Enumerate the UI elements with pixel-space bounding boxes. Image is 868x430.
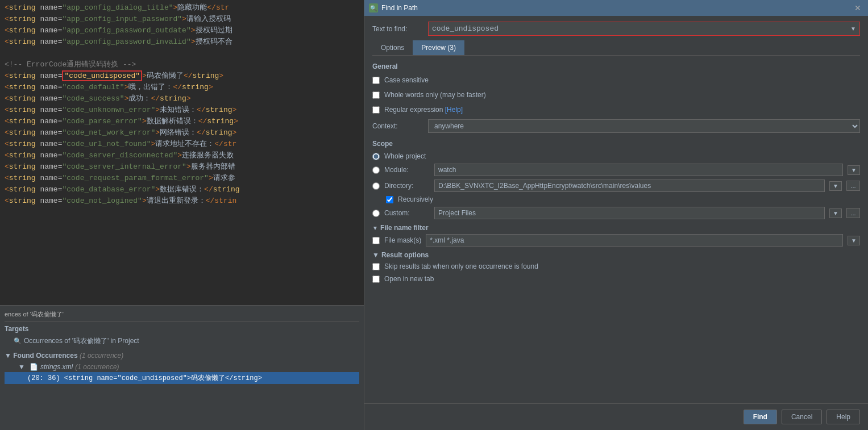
regex-help-link[interactable]: [Help] <box>445 106 463 114</box>
text-to-find-label: Text to find: <box>372 25 423 33</box>
code-tag: <string name="app_config_dialog_title">隐… <box>5 2 229 14</box>
code-tag: <string name="code_net_work_error">网络错误：… <box>5 127 236 139</box>
found-occurrences-header: ▼ Found Occurrences (1 occurrence) <box>5 349 359 362</box>
search-icon: 🔍 <box>14 337 22 345</box>
file-mask-dropdown-button[interactable]: ▼ <box>848 236 860 245</box>
code-comment: <!-- ErrorCode通用错误码转换 --> <box>5 59 136 70</box>
code-editor-top: <string name="app_config_dialog_title">隐… <box>0 0 364 305</box>
case-sensitive-checkbox[interactable] <box>372 77 380 84</box>
filter-title: File name filter <box>380 224 429 232</box>
code-line: <string name="code_server_disconnected">… <box>0 150 364 161</box>
code-tag: <string name="code_server_disconnected">… <box>5 150 234 161</box>
module-input[interactable] <box>434 164 843 176</box>
file-item-label: strings.xml <box>40 363 73 371</box>
dialog-title-icon: 🔍 <box>369 3 378 12</box>
context-label: Context: <box>372 122 423 130</box>
result-options-section: ▼ Result options Skip results tab when o… <box>372 251 860 284</box>
match-item[interactable]: (20: 36) <string name="code_undisposed">… <box>5 372 359 384</box>
directory-dropdown-button[interactable]: ▼ <box>829 181 842 191</box>
skip-results-row: Skip results tab when only one occurrenc… <box>372 261 860 272</box>
tab-options[interactable]: Options <box>372 40 413 55</box>
general-section-header: General <box>372 62 860 70</box>
directory-more-button[interactable]: ... <box>846 181 860 191</box>
dialog-footer: Find Cancel Help <box>364 403 868 430</box>
whole-project-radio[interactable] <box>372 153 380 160</box>
filter-header: ▼ File name filter <box>372 224 860 232</box>
code-tag: <string name="code_undisposed">码农偷懒了</st… <box>5 70 223 82</box>
recursively-label: Recursively <box>398 195 433 203</box>
directory-input[interactable] <box>434 179 825 192</box>
dialog-close-button[interactable]: ✕ <box>852 2 863 14</box>
code-area[interactable]: <string name="app_config_dialog_title">隐… <box>0 0 364 209</box>
whole-words-checkbox[interactable] <box>372 91 380 99</box>
find-dropdown-button[interactable]: ▼ <box>847 23 859 34</box>
open-new-tab-checkbox[interactable] <box>372 275 380 283</box>
match-item-text: (20: 36) <string name="code_undisposed">… <box>27 373 262 383</box>
code-tag: <string name="code_default">哦，出错了：</stri… <box>5 82 213 93</box>
code-tag: <string name="code_server_internal_error… <box>5 161 235 173</box>
code-line: <string name="code_net_work_error">网络错误：… <box>0 127 364 139</box>
scope-section: Whole project Module: ▼ Directory: ▼ ... <box>372 152 860 219</box>
occurrences-item[interactable]: 🔍 Occurrences of '码农偷懒了' in Project <box>5 335 359 347</box>
code-tag: <string name="code_unknonwn_error">未知错误：… <box>5 105 236 116</box>
regex-label-text: Regular expression <box>384 106 443 114</box>
text-to-find-row: Text to find: ▼ <box>372 22 860 36</box>
custom-label: Custom: <box>384 209 430 217</box>
skip-results-checkbox[interactable] <box>372 263 380 270</box>
tab-preview[interactable]: Preview (3) <box>413 40 464 55</box>
find-in-path-dialog: 🔍 Find in Path ✕ Text to find: ▼ Options… <box>364 0 868 430</box>
code-line: <string name="app_config_password_outdat… <box>0 25 364 36</box>
skip-results-label: Skip results tab when only one occurrenc… <box>384 262 538 270</box>
file-mask-checkbox[interactable] <box>372 237 380 244</box>
occurrences-item-label: Occurrences of '码农偷懒了' in Project <box>24 336 139 346</box>
directory-label: Directory: <box>384 182 430 190</box>
code-line: <!-- ErrorCode通用错误码转换 --> <box>0 59 364 70</box>
result-options-header: ▼ Result options <box>372 251 860 259</box>
tab-options-label: Options <box>381 44 404 52</box>
dialog-content: Text to find: ▼ Options Preview (3) Gene… <box>364 16 868 403</box>
open-new-tab-row: Open in new tab <box>372 274 860 284</box>
find-input-container: ▼ <box>428 22 860 36</box>
code-tag: <string name="code_request_param_format_… <box>5 173 235 184</box>
file-icon: 📄 <box>30 363 38 371</box>
file-occurrence-count: (1 occurrence) <box>75 363 119 371</box>
module-radio[interactable] <box>372 166 380 174</box>
code-line: <string name="code_request_param_format_… <box>0 173 364 184</box>
recursively-checkbox[interactable] <box>386 196 393 203</box>
file-mask-input[interactable] <box>426 234 843 247</box>
directory-row: Directory: ▼ ... <box>372 179 860 192</box>
whole-project-label: Whole project <box>384 152 430 160</box>
folder-icon: ▼ <box>18 363 25 371</box>
code-line: <string name="code_parse_error">数据解析错误：<… <box>0 116 364 127</box>
context-select[interactable]: anywhere <box>428 119 860 133</box>
custom-dropdown-button[interactable]: ▼ <box>829 208 842 218</box>
found-occurrences-text: Found Occurrences <box>13 352 80 360</box>
find-input[interactable] <box>429 22 847 35</box>
cancel-button[interactable]: Cancel <box>782 410 822 424</box>
custom-radio[interactable] <box>372 210 380 217</box>
help-button[interactable]: Help <box>827 410 860 424</box>
code-line <box>0 48 364 59</box>
targets-header: Targets <box>5 323 359 335</box>
tab-preview-label: Preview (3) <box>421 44 456 52</box>
code-line: <string name="app_config_input_password"… <box>0 14 364 25</box>
file-mask-row: File mask(s) ▼ <box>372 234 860 247</box>
found-section-label: ▼ <box>5 352 13 360</box>
module-dropdown-button[interactable]: ▼ <box>848 165 860 175</box>
occurrences-header: ences of '码农偷懒了' <box>5 309 359 320</box>
code-tag: <string name="code_success">成功：</string> <box>5 93 191 105</box>
find-button[interactable]: Find <box>744 410 777 424</box>
code-line: <string name="code_default">哦，出错了：</stri… <box>0 82 364 93</box>
directory-radio[interactable] <box>372 182 380 190</box>
code-line: <string name="code_unknonwn_error">未知错误：… <box>0 105 364 116</box>
custom-more-button[interactable]: ... <box>846 208 860 218</box>
result-options-title: Result options <box>381 251 429 259</box>
recursively-row: Recursively <box>372 195 860 203</box>
code-line: <string name="code_url_not_found">请求地址不存… <box>0 139 364 150</box>
file-mask-label: File mask(s) <box>384 236 421 244</box>
regex-checkbox[interactable] <box>372 106 380 114</box>
custom-input[interactable] <box>434 207 825 219</box>
file-item[interactable]: ▼ 📄 strings.xml (1 occurrence) <box>5 362 359 372</box>
file-name-filter-section: ▼ File name filter File mask(s) ▼ <box>372 224 860 247</box>
code-tag: <string name="code_database_error">数据库错误… <box>5 184 240 195</box>
